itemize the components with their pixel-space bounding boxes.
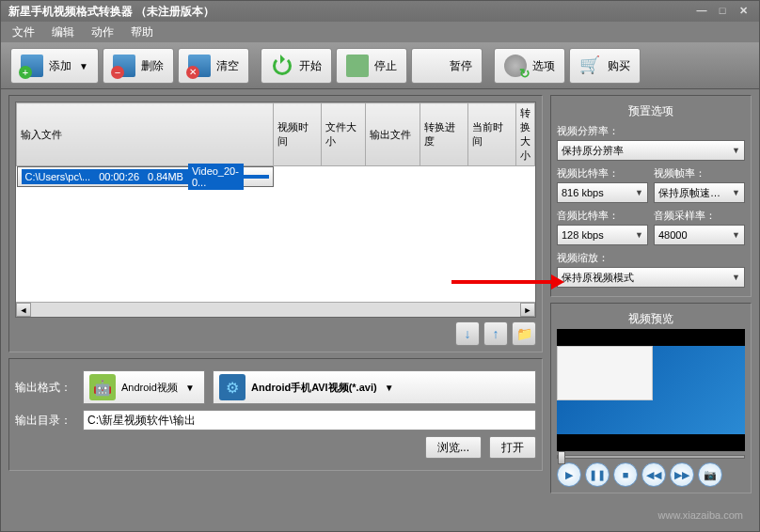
menu-help[interactable]: 帮助 <box>125 23 159 42</box>
add-button[interactable]: 添加▼ <box>10 48 99 84</box>
video-fps-select[interactable]: 保持原帧速…▼ <box>654 182 745 203</box>
add-icon <box>21 55 43 77</box>
table-row[interactable]: C:\Users\pc\... 00:00:26 0.84MB Video_20… <box>17 166 274 187</box>
menubar: 文件 编辑 动作 帮助 <box>1 22 759 42</box>
minimize-button[interactable]: — <box>693 5 710 18</box>
snapshot-button[interactable]: 📷 <box>698 462 722 487</box>
video-scale-label: 视频缩放： <box>557 251 745 265</box>
preset-panel: 预置选项 视频分辨率： 保持原分辨率▼ 视频比特率： 816 kbps▼ 视频帧… <box>550 95 752 297</box>
chevron-down-icon: ▼ <box>385 383 394 393</box>
stop-button[interactable]: 停止 <box>336 48 407 84</box>
seek-slider[interactable] <box>557 455 745 459</box>
audio-bitrate-label: 音频比特率： <box>557 209 648 223</box>
col-input[interactable]: 输入文件 <box>17 103 274 166</box>
file-table[interactable]: 输入文件 视频时间 文件大小 输出文件 转换进度 当前时间 转换大小 C:\Us… <box>15 102 536 318</box>
col-convsize[interactable]: 转换大小 <box>516 103 535 166</box>
preview-panel: 视频预览 ▶ ❚❚ ■ ◀◀ ▶▶ 📷 <box>550 303 752 493</box>
table-header-row: 输入文件 视频时间 文件大小 输出文件 转换进度 当前时间 转换大小 <box>17 103 535 166</box>
chevron-down-icon: ▼ <box>635 230 643 240</box>
pause-icon <box>421 55 444 77</box>
chevron-down-icon: ▼ <box>79 61 88 71</box>
delete-icon <box>113 55 135 77</box>
col-output[interactable]: 输出文件 <box>366 103 420 166</box>
col-curtime[interactable]: 当前时间 <box>468 103 516 166</box>
resolution-label: 视频分辨率： <box>557 124 745 138</box>
col-fsize[interactable]: 文件大小 <box>322 103 366 166</box>
start-button[interactable]: 开始 <box>261 48 332 84</box>
gear-icon <box>504 55 527 77</box>
file-list-panel: 输入文件 视频时间 文件大小 输出文件 转换进度 当前时间 转换大小 C:\Us… <box>8 95 543 352</box>
menu-action[interactable]: 动作 <box>86 23 119 42</box>
chevron-down-icon: ▼ <box>732 146 740 155</box>
pause-button[interactable]: 暂停 <box>411 48 483 84</box>
resolution-select[interactable]: 保持原分辨率▼ <box>557 140 745 161</box>
next-button[interactable]: ▶▶ <box>670 462 694 487</box>
menu-file[interactable]: 文件 <box>7 23 40 42</box>
open-folder-button[interactable]: 📁 <box>512 321 536 346</box>
output-profile-select[interactable]: ⚙ Android手机AVI视频(*.avi) ▼ <box>213 370 536 404</box>
open-button[interactable]: 打开 <box>489 436 536 459</box>
browse-button[interactable]: 浏览... <box>425 436 482 459</box>
cart-icon <box>579 55 602 77</box>
video-preview <box>557 329 745 451</box>
buy-button[interactable]: 购买 <box>569 48 641 84</box>
annotation-arrow <box>451 280 561 284</box>
toolbar: 添加▼ 删除 清空 开始 停止 暂停 选项 购买 <box>1 42 759 89</box>
pause-play-button[interactable]: ❚❚ <box>585 462 610 487</box>
col-progress[interactable]: 转换进度 <box>420 103 468 166</box>
preview-frame <box>557 346 745 434</box>
output-dir-input[interactable] <box>83 410 536 430</box>
close-button[interactable]: ✕ <box>735 5 752 18</box>
video-bitrate-select[interactable]: 816 kbps▼ <box>557 182 648 203</box>
avi-icon: ⚙ <box>219 374 245 400</box>
start-icon <box>271 55 293 77</box>
preview-title: 视频预览 <box>557 309 745 329</box>
output-dir-label: 输出目录： <box>15 413 75 429</box>
chevron-down-icon: ▼ <box>732 188 740 197</box>
titlebar: 新星手机视频格式转换器 （未注册版本） — □ ✕ <box>1 1 759 22</box>
move-down-button[interactable]: ↓ <box>455 321 480 346</box>
watermark: www.xiazaiba.com <box>658 509 743 521</box>
audio-samplerate-label: 音频采样率： <box>654 209 745 223</box>
options-button[interactable]: 选项 <box>494 48 565 84</box>
stop-play-button[interactable]: ■ <box>613 462 638 487</box>
prev-button[interactable]: ◀◀ <box>641 462 666 487</box>
horizontal-scrollbar[interactable]: ◄ ► <box>16 302 535 317</box>
window-title: 新星手机视频格式转换器 （未注册版本） <box>8 4 214 20</box>
slider-thumb[interactable] <box>558 451 565 464</box>
delete-button[interactable]: 删除 <box>103 48 174 84</box>
stop-icon <box>346 55 369 77</box>
menu-edit[interactable]: 编辑 <box>46 23 80 42</box>
scroll-right-icon[interactable]: ► <box>520 303 535 317</box>
audio-bitrate-select[interactable]: 128 kbps▼ <box>557 225 648 245</box>
preset-title: 预置选项 <box>557 102 745 121</box>
chevron-down-icon: ▼ <box>185 383 195 393</box>
app-window: 新星手机视频格式转换器 （未注册版本） — □ ✕ 文件 编辑 动作 帮助 添加… <box>0 0 760 532</box>
output-panel: 输出格式： 🤖 Android视频 ▼ ⚙ Android手机AVI视频(*.a… <box>8 358 543 471</box>
maximize-button[interactable]: □ <box>714 5 731 18</box>
output-format-label: 输出格式： <box>15 380 75 396</box>
video-fps-label: 视频帧率： <box>654 166 745 180</box>
play-button[interactable]: ▶ <box>557 462 581 487</box>
clear-icon <box>188 55 211 77</box>
audio-samplerate-select[interactable]: 48000▼ <box>654 225 745 245</box>
move-up-button[interactable]: ↑ <box>483 321 508 346</box>
clear-button[interactable]: 清空 <box>178 48 249 84</box>
chevron-down-icon: ▼ <box>732 230 740 240</box>
video-bitrate-label: 视频比特率： <box>557 166 648 180</box>
chevron-down-icon: ▼ <box>732 273 740 282</box>
chevron-down-icon: ▼ <box>635 188 643 197</box>
android-icon: 🤖 <box>89 374 116 400</box>
col-vtime[interactable]: 视频时间 <box>274 103 322 166</box>
output-category-select[interactable]: 🤖 Android视频 ▼ <box>83 370 205 404</box>
video-scale-select[interactable]: 保持原视频模式▼ <box>557 267 745 288</box>
scroll-left-icon[interactable]: ◄ <box>16 303 31 317</box>
